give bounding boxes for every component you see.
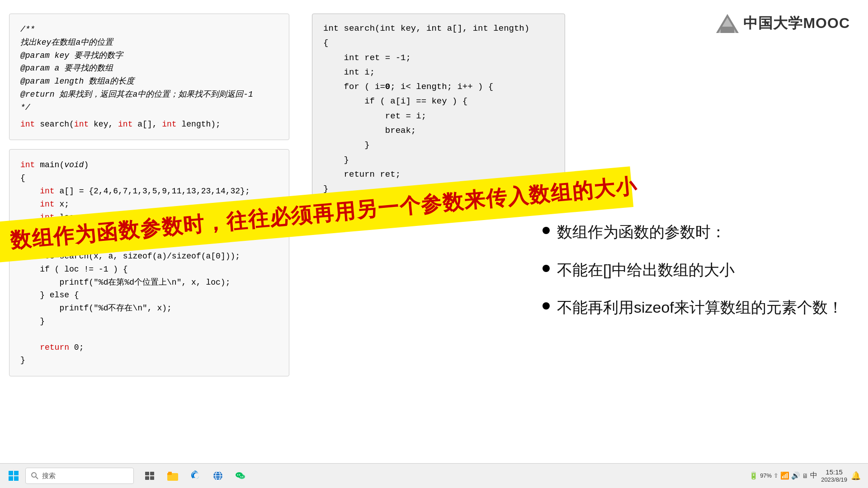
svg-rect-6 <box>14 476 19 481</box>
time-display: 15:15 <box>821 468 847 477</box>
mooc-logo-icon <box>716 14 739 33</box>
svg-rect-5 <box>9 476 13 481</box>
bullet-dot-1 <box>542 227 550 234</box>
ie-button[interactable] <box>207 466 229 486</box>
bullet-item-2: 不能在[]中给出数组的大小 <box>542 259 859 281</box>
notification-area: 🔋 97% ⇧ 📶 🔊 🖥 中 <box>749 471 817 480</box>
file-explorer-icon <box>167 471 178 481</box>
code-box-declaration: /** 找出key在数组a中的位置 @param key 要寻找的数字 @par… <box>9 14 289 140</box>
input-lang[interactable]: 中 <box>810 471 817 480</box>
svg-rect-12 <box>150 476 154 480</box>
task-view-button[interactable] <box>139 466 161 486</box>
taskbar-search-bar[interactable]: 搜索 <box>25 468 134 484</box>
svg-rect-2 <box>721 27 734 33</box>
logo-area: 中国大学MOOC <box>716 14 850 33</box>
main-content: /** 找出key在数组a中的位置 @param key 要寻找的数字 @par… <box>0 0 868 447</box>
date-display: 2023/8/19 <box>821 476 847 484</box>
logo-text: 中国大学MOOC <box>743 14 850 33</box>
wechat-button[interactable] <box>230 466 251 486</box>
bullet-dot-2 <box>542 265 550 272</box>
svg-point-7 <box>32 473 36 477</box>
svg-line-8 <box>36 477 38 479</box>
bullet-item-3: 不能再利用sizeof来计算数组的元素个数！ <box>542 297 859 319</box>
search-label: 搜索 <box>42 472 56 480</box>
file-explorer-button[interactable] <box>162 466 184 486</box>
taskbar: 搜索 <box>0 463 868 488</box>
search-icon <box>31 472 38 479</box>
bullet-text-2: 不能在[]中给出数组的大小 <box>557 259 735 281</box>
notification-bell[interactable]: 🔔 <box>851 471 861 481</box>
svg-point-24 <box>239 474 240 475</box>
taskbar-app-icons <box>139 466 251 486</box>
svg-rect-11 <box>145 476 149 480</box>
system-tray-expand[interactable]: ⇧ <box>774 472 778 479</box>
windows-icon <box>8 470 19 481</box>
edge-browser-button[interactable] <box>184 466 206 486</box>
svg-rect-10 <box>150 472 154 475</box>
svg-point-26 <box>242 476 243 477</box>
edge-icon <box>190 470 201 481</box>
battery-percent: 97% <box>760 472 772 479</box>
start-button[interactable] <box>4 466 24 486</box>
comment-block: /** 找出key在数组a中的位置 @param key 要寻找的数字 @par… <box>20 23 278 114</box>
wechat-icon <box>235 470 246 481</box>
taskbar-right: 🔋 97% ⇧ 📶 🔊 🖥 中 15:15 2023/8/19 🔔 <box>749 468 864 484</box>
battery-icon: 🔋 <box>749 471 758 480</box>
volume-icon[interactable]: 🔊 <box>791 471 800 480</box>
bullet-item-1: 数组作为函数的参数时： <box>542 221 859 243</box>
bullet-text-1: 数组作为函数的参数时： <box>557 221 726 243</box>
code-box-main: int main(void) { int a[] = {2,4,6,7,1,3,… <box>9 149 289 376</box>
taskbar-clock: 15:15 2023/8/19 <box>821 468 847 484</box>
svg-rect-4 <box>14 471 19 475</box>
network-icon: 🖥 <box>802 472 808 479</box>
bullet-dot-3 <box>542 302 550 310</box>
bullet-text-3: 不能再利用sizeof来计算数组的元素个数！ <box>557 297 843 319</box>
svg-rect-15 <box>168 472 172 474</box>
ie-icon <box>212 470 223 481</box>
svg-rect-3 <box>9 471 13 475</box>
wifi-icon: 📶 <box>780 471 789 480</box>
declaration-line: int search(int key, int a[], int length)… <box>20 118 278 131</box>
svg-point-25 <box>241 476 241 477</box>
svg-point-23 <box>237 474 238 475</box>
svg-rect-9 <box>145 472 149 475</box>
bullet-section: 数组作为函数的参数时： 不能在[]中给出数组的大小 不能再利用sizeof来计算… <box>542 221 859 335</box>
task-view-icon <box>145 472 155 480</box>
